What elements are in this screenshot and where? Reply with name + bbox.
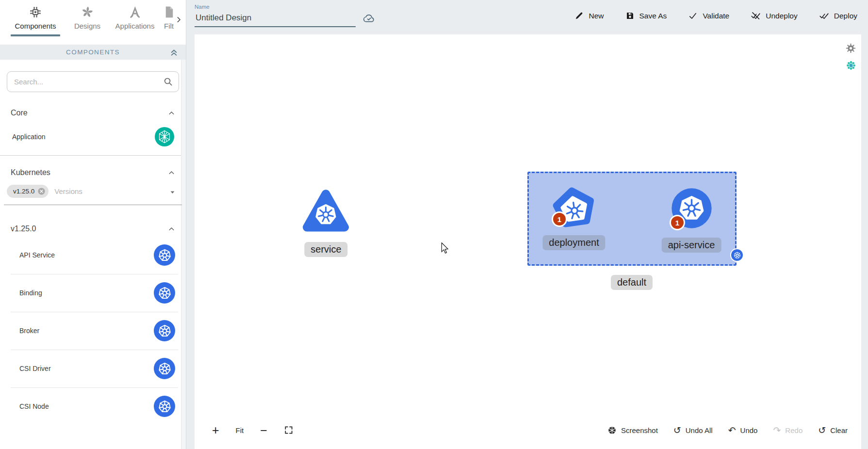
- node-service[interactable]: [302, 188, 349, 234]
- version-section-header[interactable]: v1.25.0: [0, 224, 186, 233]
- pencil-icon: [574, 11, 584, 20]
- kubernetes-icon: [154, 282, 175, 304]
- new-button-label: New: [589, 12, 604, 20]
- meshery-application-icon: [155, 127, 174, 146]
- kubernetes-icon: [154, 358, 175, 379]
- version-chip: v1.25.0: [7, 185, 49, 198]
- sidebar-tabs: Components Designs: [0, 0, 186, 45]
- tab-applications-label: Applications: [115, 22, 155, 30]
- tab-designs[interactable]: Designs: [65, 5, 110, 30]
- redo-button[interactable]: ↷ Redo: [773, 426, 802, 435]
- component-item-label: CSI Driver: [19, 365, 51, 372]
- undo-button-label: Undo: [740, 426, 758, 434]
- undo-button[interactable]: ↶ Undo: [728, 426, 758, 435]
- component-item-csi-node[interactable]: CSI Node: [0, 387, 186, 425]
- component-item-application[interactable]: Application: [0, 118, 186, 155]
- floppy-disk-icon: [625, 11, 635, 20]
- search-input[interactable]: [7, 71, 179, 92]
- core-section-header[interactable]: Core: [0, 109, 186, 117]
- deploy-button[interactable]: Deploy: [819, 11, 857, 21]
- chevron-up-icon: [167, 169, 176, 177]
- zoom-in-button[interactable]: +: [212, 424, 219, 436]
- collapse-panel-icon[interactable]: [169, 47, 179, 57]
- undo-icon: ↶: [728, 426, 736, 435]
- kubernetes-section-title: Kubernetes: [11, 168, 50, 177]
- component-item-binding[interactable]: Binding: [0, 274, 186, 312]
- group-label-default: default: [611, 275, 653, 290]
- clear-icon: ↺: [818, 426, 826, 435]
- file-icon: [162, 5, 176, 19]
- new-button[interactable]: New: [574, 11, 604, 20]
- panel-title: COMPONENTS: [66, 48, 120, 56]
- tab-designs-label: Designs: [74, 22, 100, 30]
- tab-components[interactable]: Components: [6, 5, 65, 36]
- version-section-title: v1.25.0: [11, 224, 36, 233]
- clear-button[interactable]: ↺ Clear: [818, 426, 848, 435]
- header-actions: New Save As Validate: [574, 11, 857, 21]
- group-kubernetes-handle-icon[interactable]: [731, 249, 743, 261]
- kubernetes-icon: [154, 244, 175, 266]
- fit-button[interactable]: Fit: [236, 426, 244, 434]
- node-label-deployment: deployment: [542, 235, 605, 250]
- search-icon[interactable]: [163, 76, 174, 87]
- undo-all-button[interactable]: ↺ Undo All: [673, 426, 713, 435]
- zoom-out-button[interactable]: −: [260, 424, 267, 436]
- save-as-button[interactable]: Save As: [625, 11, 667, 20]
- screenshot-button[interactable]: Screenshot: [607, 426, 658, 435]
- versions-placeholder: Versions: [54, 187, 82, 195]
- remove-version-icon[interactable]: [37, 187, 46, 196]
- chevron-up-icon: [167, 109, 176, 117]
- undeploy-button[interactable]: Undeploy: [751, 11, 798, 21]
- dropdown-caret-icon[interactable]: [168, 188, 177, 197]
- redo-button-label: Redo: [785, 426, 802, 434]
- component-item-label: Broker: [19, 327, 39, 335]
- badge-api-service-count: 1: [670, 215, 685, 230]
- validate-button-label: Validate: [703, 12, 729, 20]
- node-label-service: service: [304, 242, 347, 257]
- history-controls: Screenshot ↺ Undo All ↶ Undo ↷ Redo ↺ Cl…: [607, 426, 848, 435]
- badge-deployment-count: 1: [552, 211, 567, 227]
- node-label-api-service: api-service: [662, 238, 721, 253]
- name-label: Name: [195, 4, 356, 10]
- kubernetes-icon: [154, 396, 175, 417]
- search-row: [7, 71, 179, 92]
- canvas-settings-gear-icon[interactable]: [845, 43, 856, 54]
- component-item-api-service[interactable]: API Service: [0, 236, 186, 274]
- section-divider: [0, 155, 186, 156]
- components-panel-header: COMPONENTS: [0, 45, 186, 60]
- meshery-logo-icon[interactable]: [846, 60, 856, 71]
- validate-button[interactable]: Validate: [688, 11, 729, 21]
- deploy-button-label: Deploy: [834, 12, 857, 20]
- component-item-label: API Service: [19, 251, 55, 259]
- redo-icon: ↷: [773, 426, 781, 435]
- clear-button-label: Clear: [830, 426, 848, 434]
- zoom-controls: + Fit −: [212, 424, 294, 436]
- components-chip-icon: [28, 5, 43, 19]
- kubernetes-section-header[interactable]: Kubernetes: [0, 168, 186, 177]
- mouse-cursor: [440, 242, 450, 254]
- component-item-broker[interactable]: Broker: [0, 312, 186, 350]
- fullscreen-button[interactable]: [284, 425, 294, 435]
- save-as-button-label: Save As: [639, 12, 667, 20]
- canvas-toolbar: + Fit −: [212, 422, 848, 438]
- component-item-label: CSI Node: [19, 402, 49, 410]
- component-item-label: Binding: [19, 289, 42, 297]
- undeploy-button-label: Undeploy: [766, 12, 798, 20]
- tab-applications[interactable]: Applications: [110, 5, 160, 30]
- design-name-input[interactable]: [195, 11, 356, 27]
- tab-filters-label: Filt: [164, 22, 174, 30]
- versions-select[interactable]: v1.25.0 Versions: [4, 183, 182, 205]
- component-list: API Service Binding Broker CSI Driver CS…: [0, 236, 186, 425]
- kubernetes-icon: [154, 320, 175, 341]
- tab-scroll-right-icon[interactable]: [175, 16, 183, 24]
- component-item-csi-driver[interactable]: CSI Driver: [0, 350, 186, 387]
- design-canvas[interactable]: service 1 deployment: [195, 34, 861, 449]
- version-chip-label: v1.25.0: [13, 188, 34, 195]
- chevron-up-icon: [167, 225, 176, 233]
- component-item-label: Application: [12, 133, 46, 141]
- screenshot-button-label: Screenshot: [621, 426, 658, 434]
- applications-icon: [128, 5, 142, 19]
- check-icon: [688, 11, 698, 21]
- undo-all-icon: ↺: [673, 426, 681, 435]
- double-check-icon: [819, 11, 829, 21]
